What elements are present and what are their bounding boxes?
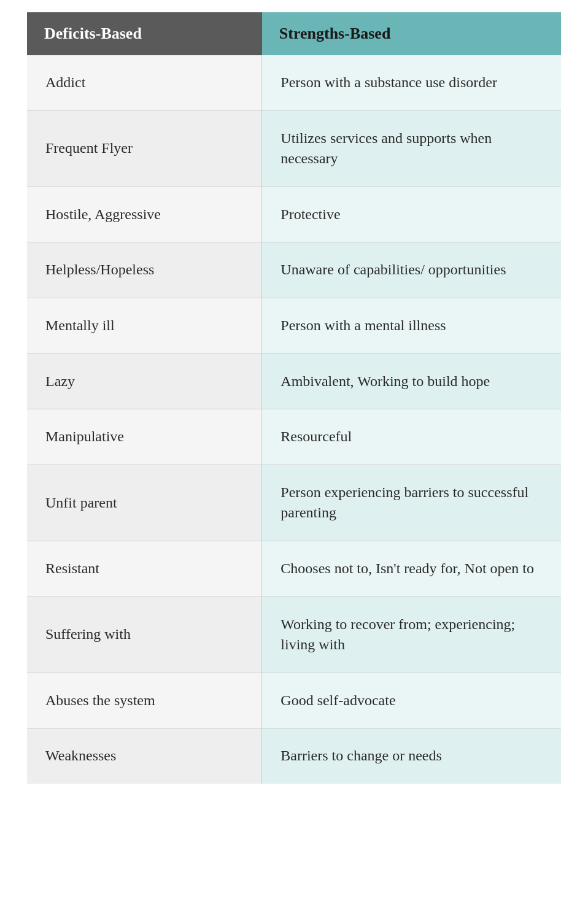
strength-cell: Person with a substance use disorder (262, 55, 561, 110)
deficit-cell: Mentally ill (27, 298, 262, 353)
strength-cell: Chooses not to, Isn't ready for, Not ope… (262, 541, 561, 597)
deficit-cell: Hostile, Aggressive (27, 187, 262, 242)
strength-cell: Protective (262, 187, 561, 242)
deficit-cell: Addict (27, 55, 262, 110)
table-row: Helpless/HopelessUnaware of capabilities… (27, 242, 561, 298)
strength-cell: Person experiencing barriers to successf… (262, 465, 561, 541)
strength-cell: Good self-advocate (262, 673, 561, 728)
strength-cell: Person with a mental illness (262, 298, 561, 353)
header-strengths: Strengths-Based (262, 12, 561, 55)
deficit-cell: Abuses the system (27, 673, 262, 728)
strength-cell: Working to recover from; experiencing; l… (262, 597, 561, 673)
main-container: Deficits-Based Strengths-Based AddictPer… (27, 0, 561, 796)
strength-cell: Resourceful (262, 409, 561, 465)
table-row: LazyAmbivalent, Working to build hope (27, 353, 561, 409)
strength-cell: Ambivalent, Working to build hope (262, 353, 561, 409)
deficit-cell: Resistant (27, 541, 262, 597)
table-row: Suffering withWorking to recover from; e… (27, 597, 561, 673)
table-row: Unfit parentPerson experiencing barriers… (27, 465, 561, 541)
deficit-cell: Helpless/Hopeless (27, 242, 262, 298)
table-row: ManipulativeResourceful (27, 409, 561, 465)
deficit-cell: Unfit parent (27, 465, 262, 541)
comparison-table: Deficits-Based Strengths-Based AddictPer… (27, 12, 561, 784)
strength-cell: Unaware of capabilities/ opportunities (262, 242, 561, 298)
deficit-cell: Suffering with (27, 597, 262, 673)
deficit-cell: Manipulative (27, 409, 262, 465)
header-deficits: Deficits-Based (27, 12, 262, 55)
table-row: Frequent FlyerUtilizes services and supp… (27, 110, 561, 187)
table-row: Hostile, AggressiveProtective (27, 187, 561, 242)
table-row: Abuses the systemGood self-advocate (27, 673, 561, 728)
strength-cell: Barriers to change or needs (262, 728, 561, 784)
table-row: Mentally illPerson with a mental illness (27, 298, 561, 353)
deficit-cell: Weaknesses (27, 728, 262, 784)
deficit-cell: Frequent Flyer (27, 110, 262, 187)
table-row: AddictPerson with a substance use disord… (27, 55, 561, 110)
strength-cell: Utilizes services and supports when nece… (262, 110, 561, 187)
table-row: ResistantChooses not to, Isn't ready for… (27, 541, 561, 597)
deficit-cell: Lazy (27, 353, 262, 409)
table-row: WeaknessesBarriers to change or needs (27, 728, 561, 784)
